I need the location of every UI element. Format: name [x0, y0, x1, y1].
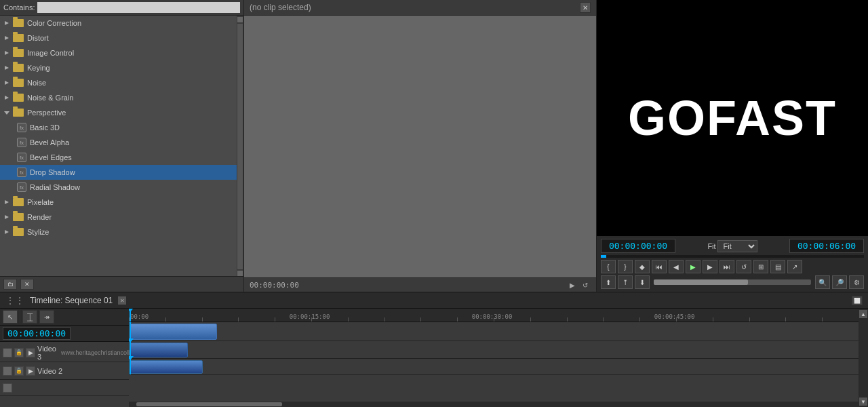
marker-button[interactable]: ◆: [635, 260, 650, 273]
effect-radial-shadow[interactable]: fx Radial Shadow: [0, 180, 237, 195]
svg-marker-9: [5, 230, 9, 234]
track-lock-toggle[interactable]: 🔒: [14, 348, 24, 357]
track-header-video2: 🔒 ▶ Video 2: [0, 362, 129, 380]
timeline-content: ↖ ⌶ ↠ 00:00:00:00 🔒 ▶ Video 3 www.herita…: [0, 309, 868, 407]
folder-render[interactable]: Render: [0, 210, 237, 225]
track-header-video1: [0, 380, 129, 396]
folder-perspective[interactable]: Perspective: [0, 105, 237, 120]
loop-mini-button[interactable]: ↺: [580, 280, 591, 290]
folder-keying[interactable]: Keying: [0, 60, 237, 75]
new-folder-button[interactable]: 🗀: [3, 279, 17, 290]
folder-label: Image Control: [27, 49, 74, 57]
play-button[interactable]: ▶: [686, 260, 701, 273]
razor-tool[interactable]: ⌶: [22, 310, 37, 324]
track-lock-toggle[interactable]: 🔒: [14, 366, 24, 376]
track-sync-toggle[interactable]: ▶: [26, 366, 35, 376]
settings-button[interactable]: ⚙: [849, 275, 864, 289]
folder-icon: [13, 213, 24, 221]
effect-label: Radial Shadow: [30, 183, 80, 191]
effects-search-bar: Contains:: [0, 0, 243, 16]
timeline-close-button[interactable]: ✕: [118, 296, 126, 305]
zoom-out-button[interactable]: 🔍: [815, 275, 830, 289]
effect-bevel-alpha[interactable]: fx Bevel Alpha: [0, 135, 237, 150]
clip-block-video3[interactable]: [130, 324, 217, 340]
overlay-button[interactable]: ⬇: [635, 275, 650, 289]
fit-dropdown[interactable]: Fit 25% 50% 100%: [717, 240, 757, 252]
folder-noise[interactable]: Noise: [0, 75, 237, 90]
lift-button[interactable]: ⬆: [601, 275, 616, 289]
folder-color-correction[interactable]: Color Correction: [0, 16, 237, 31]
svg-marker-0: [5, 21, 9, 25]
go-in-button[interactable]: ⏮: [652, 260, 667, 273]
track-visibility-toggle[interactable]: [3, 383, 12, 393]
zoom-in-button[interactable]: 🔎: [832, 275, 847, 289]
folder-label: Distort: [27, 34, 49, 42]
effect-controls-footer: 00:00:00:00 ▶ ↺: [244, 277, 596, 292]
output-button[interactable]: ▤: [770, 260, 785, 273]
folder-label: Keying: [27, 64, 50, 72]
effect-basic-3d[interactable]: fx Basic 3D: [0, 120, 237, 135]
export-button[interactable]: ↗: [787, 260, 802, 273]
timeline-scrollbar[interactable]: [129, 402, 859, 407]
folder-noise-grain[interactable]: Noise & Grain: [0, 90, 237, 105]
effect-label: Bevel Alpha: [30, 138, 69, 147]
folder-distort[interactable]: Distort: [0, 31, 237, 45]
svg-marker-1: [5, 36, 9, 40]
loop-button[interactable]: ↺: [736, 260, 751, 273]
timeline-area: ⋮⋮ Timeline: Sequence 01 ✕ ⬜ ↖ ⌶ ↠ 00:00…: [0, 292, 868, 407]
effect-drop-shadow[interactable]: fx Drop Shadow: [0, 165, 237, 180]
video-text: GOFAST: [628, 90, 837, 146]
folder-label: Noise: [27, 79, 46, 87]
fit-selector: Fit Fit 25% 50% 100%: [707, 240, 757, 252]
extract-button[interactable]: ⤒: [618, 275, 633, 289]
chevron-right-icon: [3, 35, 10, 41]
step-fwd-button[interactable]: ▶: [703, 260, 717, 273]
folder-icon: [13, 49, 24, 57]
scroll-up-button[interactable]: ▲: [859, 310, 867, 318]
clip-block-video1[interactable]: [130, 360, 203, 374]
timeline-toolbar: ↖ ⌶ ↠: [0, 309, 129, 326]
go-out-button[interactable]: ⏭: [719, 260, 734, 273]
folder-image-control[interactable]: Image Control: [0, 45, 237, 60]
no-clip-label: (no clip selected): [250, 3, 311, 12]
chevron-right-icon: [3, 20, 10, 26]
effects-list: Color Correction Distort Image Control: [0, 16, 237, 276]
select-tool[interactable]: ↖: [3, 310, 18, 324]
mark-in-button[interactable]: {: [601, 260, 616, 273]
timecode-out-display[interactable]: 00:00:06:00: [789, 239, 864, 253]
tracks-area: [129, 322, 859, 402]
mark-out-button[interactable]: }: [618, 260, 633, 273]
delete-button[interactable]: ✕: [20, 279, 34, 290]
track-visibility-toggle[interactable]: [3, 366, 12, 376]
timeline-grip: ⋮⋮: [5, 295, 24, 306]
chevron-right-icon: [3, 79, 10, 86]
effect-icon: fx: [17, 138, 26, 147]
volume-slider[interactable]: [654, 279, 811, 285]
safe-button[interactable]: ⊞: [753, 260, 768, 273]
track-row-video3: [129, 322, 859, 341]
svg-marker-2: [5, 51, 9, 55]
track-visibility-toggle[interactable]: [3, 348, 12, 357]
clip-block-video2[interactable]: [130, 343, 188, 357]
folder-label: Color Correction: [27, 19, 81, 27]
track-sync-toggle[interactable]: ▶: [26, 348, 35, 357]
folder-icon: [13, 79, 24, 87]
effect-label: Drop Shadow: [30, 168, 75, 176]
close-button[interactable]: ✕: [580, 2, 591, 13]
effect-bevel-edges[interactable]: fx Bevel Edges: [0, 150, 237, 165]
timeline-vscroll[interactable]: ▲ ▼: [859, 309, 868, 407]
timeline-timecode[interactable]: 00:00:00:00: [3, 327, 71, 340]
folder-stylize[interactable]: Stylize: [0, 225, 237, 239]
chevron-right-icon: [3, 64, 10, 71]
track-header-video3: 🔒 ▶ Video 3 www.heritagechristiancollege…: [0, 343, 129, 362]
timeline-expand-button[interactable]: ⬜: [852, 296, 863, 305]
effect-label: Basic 3D: [30, 123, 60, 132]
folder-pixelate[interactable]: Pixelate: [0, 195, 237, 210]
step-back-button[interactable]: ◀: [669, 260, 684, 273]
video-display: GOFAST: [597, 0, 868, 236]
search-input[interactable]: [37, 2, 240, 13]
scroll-down-button[interactable]: ▼: [859, 398, 867, 406]
timecode-in-display[interactable]: 00:00:00:00: [601, 239, 675, 253]
track-select-tool[interactable]: ↠: [39, 310, 54, 324]
play-mini-button[interactable]: ▶: [567, 280, 578, 290]
